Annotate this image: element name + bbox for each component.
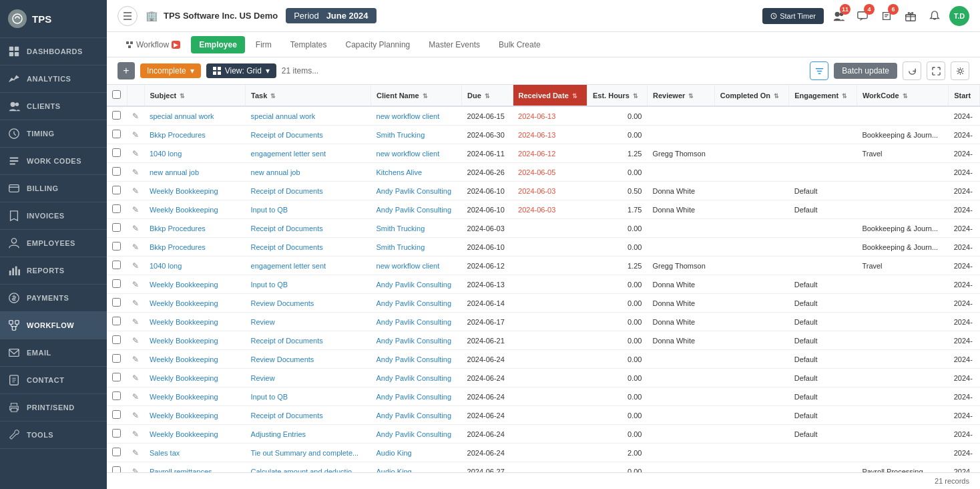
- sidebar-item-dashboards[interactable]: DASHBOARDS: [0, 38, 107, 65]
- select-all-checkbox[interactable]: [112, 90, 121, 99]
- expand-button[interactable]: [927, 61, 945, 80]
- cell-task[interactable]: Tie out Summary and complete...: [246, 444, 371, 462]
- row-checkbox[interactable]: [112, 167, 121, 176]
- row-checkbox[interactable]: [112, 373, 121, 381]
- col-est-hours[interactable]: Est. Hours ⇅: [587, 85, 647, 106]
- cell-client_name[interactable]: Andy Pavlik Consulting: [371, 387, 462, 406]
- cell-subject[interactable]: Weekly Bookkeeping: [144, 369, 246, 387]
- cell-client_name[interactable]: new workflow client: [371, 144, 462, 163]
- col-client-name[interactable]: Client Name ⇅: [371, 85, 462, 106]
- cell-subject[interactable]: new annual job: [144, 163, 246, 182]
- cell-subject[interactable]: 1040 long: [144, 144, 246, 163]
- cell-subject[interactable]: Weekly Bookkeeping: [144, 313, 246, 331]
- cell-client_name[interactable]: Andy Pavlik Consulting: [371, 275, 462, 294]
- col-task[interactable]: Task ⇅: [246, 85, 371, 106]
- row-checkbox[interactable]: [112, 410, 121, 419]
- row-checkbox[interactable]: [112, 111, 121, 120]
- sidebar-item-billing[interactable]: BILLING: [0, 175, 107, 202]
- cell-client_name[interactable]: Andy Pavlik Consulting: [371, 200, 462, 219]
- col-completed-on[interactable]: Completed On ⇅: [714, 85, 788, 106]
- cell-task[interactable]: Calculate amount and deductio...: [246, 462, 371, 473]
- col-reviewer[interactable]: Reviewer ⇅: [647, 85, 714, 106]
- cell-client_name[interactable]: Smith Trucking: [371, 238, 462, 257]
- cell-subject[interactable]: 1040 long: [144, 257, 246, 275]
- cell-task[interactable]: Review Documents: [246, 294, 371, 313]
- cell-task[interactable]: Input to QB: [246, 275, 371, 294]
- edit-icon[interactable]: ✎: [132, 299, 139, 308]
- row-checkbox[interactable]: [112, 242, 121, 251]
- cell-subject[interactable]: Weekly Bookkeeping: [144, 200, 246, 219]
- sidebar-item-analytics[interactable]: ANALYTICS: [0, 65, 107, 93]
- sidebar-logo[interactable]: TPS: [0, 0, 107, 38]
- col-subject[interactable]: Subject ⇅: [144, 85, 246, 106]
- cell-client_name[interactable]: Kitchens Alive: [371, 163, 462, 182]
- cell-client_name[interactable]: Andy Pavlik Consulting: [371, 331, 462, 350]
- tab-bulk-create[interactable]: Bulk Create: [491, 36, 549, 53]
- row-checkbox[interactable]: [112, 130, 121, 138]
- col-workcode[interactable]: WorkCode ⇅: [856, 85, 948, 106]
- cell-task[interactable]: Receipt of Documents: [246, 406, 371, 425]
- sidebar-item-invoices[interactable]: INVOICES: [0, 202, 107, 230]
- sidebar-item-payments[interactable]: PAYMENTS: [0, 285, 107, 312]
- messages-badge-button[interactable]: 4: [853, 7, 872, 25]
- edit-icon[interactable]: ✎: [132, 130, 139, 140]
- cell-client_name[interactable]: Audio King: [371, 462, 462, 473]
- cell-subject[interactable]: Weekly Bookkeeping: [144, 387, 246, 406]
- col-due[interactable]: Due ⇅: [462, 85, 513, 106]
- notifications-button[interactable]: [925, 7, 944, 25]
- gift-button[interactable]: [901, 7, 920, 25]
- refresh-button[interactable]: [903, 61, 921, 80]
- cell-subject[interactable]: Weekly Bookkeeping: [144, 425, 246, 444]
- row-checkbox[interactable]: [112, 429, 121, 438]
- user-avatar[interactable]: T.D: [949, 6, 969, 26]
- cell-task[interactable]: Review Documents: [246, 350, 371, 369]
- cell-task[interactable]: Receipt of Documents: [246, 219, 371, 238]
- sidebar-item-workflow[interactable]: WORKFLOW: [0, 312, 107, 339]
- edit-icon[interactable]: ✎: [132, 224, 139, 233]
- cell-task[interactable]: Receipt of Documents: [246, 182, 371, 200]
- cell-client_name[interactable]: Audio King: [371, 444, 462, 462]
- cell-subject[interactable]: Weekly Bookkeeping: [144, 182, 246, 200]
- row-checkbox[interactable]: [112, 354, 121, 363]
- cell-subject[interactable]: Weekly Bookkeeping: [144, 275, 246, 294]
- edit-icon[interactable]: ✎: [132, 186, 139, 196]
- cell-client_name[interactable]: Andy Pavlik Consulting: [371, 350, 462, 369]
- sidebar-item-print-send[interactable]: PRINT/SEND: [0, 394, 107, 422]
- sidebar-item-timing[interactable]: TIMING: [0, 120, 107, 148]
- cell-task[interactable]: Review: [246, 313, 371, 331]
- sidebar-item-work-codes[interactable]: WORK CODES: [0, 148, 107, 175]
- cell-task[interactable]: engagement letter sent: [246, 144, 371, 163]
- edit-icon[interactable]: ✎: [132, 205, 139, 214]
- cell-task[interactable]: Receipt of Documents: [246, 126, 371, 144]
- row-checkbox[interactable]: [112, 148, 121, 157]
- settings-button[interactable]: [951, 61, 969, 80]
- row-checkbox[interactable]: [112, 279, 121, 288]
- tab-capacity-planning[interactable]: Capacity Planning: [338, 36, 419, 53]
- edit-icon[interactable]: ✎: [132, 149, 139, 158]
- cell-task[interactable]: Adjusting Entries: [246, 425, 371, 444]
- edit-icon[interactable]: ✎: [132, 411, 139, 420]
- tab-employee[interactable]: Employee: [191, 36, 245, 53]
- cell-task[interactable]: Receipt of Documents: [246, 331, 371, 350]
- cell-subject[interactable]: Weekly Bookkeeping: [144, 406, 246, 425]
- cell-task[interactable]: engagement letter sent: [246, 257, 371, 275]
- edit-icon[interactable]: ✎: [132, 355, 139, 364]
- edit-icon[interactable]: ✎: [132, 467, 139, 473]
- edit-icon[interactable]: ✎: [132, 448, 139, 458]
- sidebar-item-employees[interactable]: EMPLOYEES: [0, 230, 107, 257]
- cell-subject[interactable]: special annual work: [144, 106, 246, 126]
- row-checkbox[interactable]: [112, 298, 121, 307]
- edit-icon[interactable]: ✎: [132, 242, 139, 252]
- edit-icon[interactable]: ✎: [132, 336, 139, 345]
- cell-subject[interactable]: Bkkp Procedures: [144, 126, 246, 144]
- cell-task[interactable]: new annual job: [246, 163, 371, 182]
- col-received-date[interactable]: Received Date ⇅: [513, 85, 587, 106]
- sidebar-item-clients[interactable]: CLIENTS: [0, 93, 107, 120]
- cell-subject[interactable]: Weekly Bookkeeping: [144, 331, 246, 350]
- cell-subject[interactable]: Weekly Bookkeeping: [144, 350, 246, 369]
- users-badge-button[interactable]: 11: [829, 7, 848, 25]
- sidebar-item-email[interactable]: EMAIL: [0, 339, 107, 367]
- cell-subject[interactable]: Bkkp Procedures: [144, 238, 246, 257]
- sidebar-item-tools[interactable]: TOOLS: [0, 422, 107, 449]
- batch-update-button[interactable]: Batch update: [834, 63, 897, 79]
